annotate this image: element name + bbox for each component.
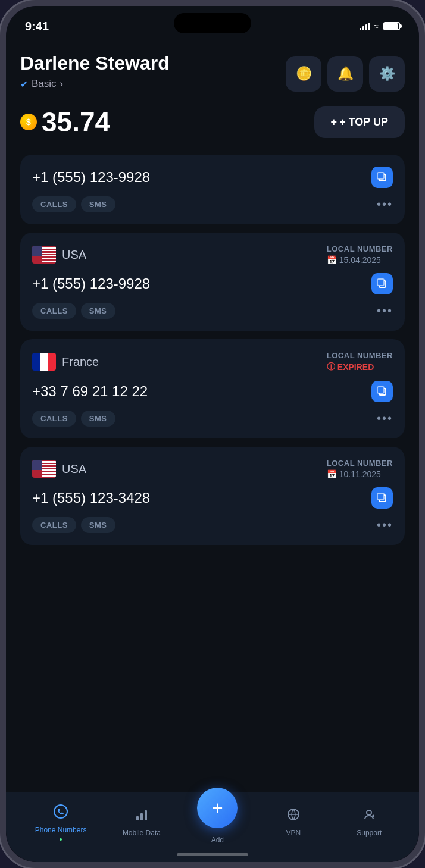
- more-options-button[interactable]: •••: [377, 518, 393, 532]
- battery-fill: [385, 23, 398, 29]
- phone-card-france: France LOCAL NUMBER ⓘ EXPIRED +33 7 69 2…: [20, 339, 405, 438]
- phone-card-usa-1: USA LOCAL NUMBER 📅 15.04.2025 +1 (555) 1…: [20, 233, 405, 331]
- expiry-date: 📅 15.04.2025: [327, 255, 393, 265]
- country-name: USA: [62, 462, 86, 476]
- usa-flag-icon: [32, 246, 56, 264]
- sms-tag: SMS: [81, 411, 115, 427]
- svg-rect-3: [377, 279, 384, 286]
- calendar-icon: 📅: [327, 469, 337, 479]
- svg-rect-10: [140, 813, 143, 820]
- flag-stripe-red: [48, 353, 56, 371]
- signal-bar-2: [362, 26, 364, 30]
- support-icon: [361, 807, 377, 826]
- more-options-button[interactable]: •••: [377, 198, 393, 211]
- plus-icon: +: [331, 116, 338, 129]
- nav-item-support[interactable]: Support: [348, 807, 390, 837]
- vpn-label: VPN: [286, 829, 301, 837]
- phone-number: +1 (555) 123-9928: [32, 169, 365, 186]
- phone-number: +1 (555) 123-9928: [32, 275, 365, 292]
- flag-stripe-white: [40, 353, 48, 371]
- phone-frame: 9:41 ≈ Darlene Steward: [0, 0, 425, 868]
- nav-item-add: + Add: [196, 800, 238, 844]
- expired-text: EXPIRED: [338, 362, 374, 372]
- copy-button[interactable]: [371, 273, 393, 294]
- calls-tag: CALLS: [32, 517, 76, 533]
- country-info: USA: [32, 460, 86, 478]
- expiry-value: 15.04.2025: [339, 255, 381, 265]
- user-info: Darlene Steward ✔ Basic ›: [20, 52, 170, 90]
- topup-button[interactable]: + + TOP UP: [314, 106, 405, 138]
- coin-icon: $: [20, 114, 37, 130]
- battery-icon: [383, 22, 400, 30]
- tag-row: CALLS SMS •••: [32, 196, 393, 212]
- tag-row: CALLS SMS •••: [32, 411, 393, 427]
- tags: CALLS SMS: [32, 411, 115, 427]
- tags: CALLS SMS: [32, 303, 115, 319]
- wifi-icon: ≈: [374, 21, 379, 31]
- info-circle-icon: ⓘ: [327, 362, 335, 372]
- support-label: Support: [357, 829, 382, 837]
- flag-stripes: [42, 246, 56, 264]
- tag-row: CALLS SMS •••: [32, 303, 393, 319]
- copy-icon: [377, 493, 388, 503]
- plan-arrow: ›: [60, 78, 64, 90]
- usa-flag-icon: [32, 460, 56, 478]
- country-name: France: [62, 355, 99, 369]
- phone-numbers-icon: [53, 804, 68, 823]
- dynamic-island: [174, 13, 251, 33]
- country-info: USA: [32, 246, 86, 264]
- more-options-button[interactable]: •••: [377, 412, 393, 425]
- france-flag-icon: [32, 353, 56, 371]
- topup-label: + TOP UP: [339, 116, 388, 129]
- copy-button[interactable]: [371, 167, 393, 188]
- tags: CALLS SMS: [32, 196, 115, 212]
- copy-button[interactable]: [371, 381, 393, 402]
- nav-item-vpn[interactable]: VPN: [273, 807, 314, 837]
- copy-icon: [377, 172, 388, 183]
- wallet-button[interactable]: 🪙: [286, 56, 321, 92]
- status-icons: ≈: [360, 21, 400, 31]
- copy-button[interactable]: [371, 487, 393, 509]
- local-number-label: LOCAL NUMBER: [327, 459, 393, 468]
- local-number-label: LOCAL NUMBER: [327, 351, 393, 360]
- balance-row: $ 35.74 + + TOP UP: [20, 106, 405, 138]
- vpn-icon: [286, 807, 301, 826]
- card-header: France LOCAL NUMBER ⓘ EXPIRED: [32, 351, 393, 372]
- phone-number: +1 (555) 123-3428: [32, 490, 365, 506]
- sms-tag: SMS: [81, 196, 115, 212]
- phone-row: +1 (555) 123-9928: [32, 167, 393, 188]
- nav-item-phone-numbers[interactable]: Phone Numbers: [35, 804, 87, 841]
- expiry-date: 📅 10.11.2025: [327, 469, 393, 479]
- phone-card-simple: +1 (555) 123-9928 CALLS SMS •••: [20, 155, 405, 224]
- svg-rect-9: [136, 816, 139, 820]
- phone-numbers-label: Phone Numbers: [35, 826, 87, 834]
- svg-rect-11: [145, 810, 147, 820]
- copy-icon: [377, 386, 388, 397]
- home-indicator: [177, 853, 248, 856]
- calendar-icon: 📅: [327, 255, 337, 265]
- settings-button[interactable]: ⚙️: [369, 56, 405, 92]
- tags: CALLS SMS: [32, 517, 115, 533]
- notification-button[interactable]: 🔔: [327, 56, 363, 92]
- active-indicator: [60, 838, 62, 841]
- main-content: Darlene Steward ✔ Basic › 🪙 🔔 ⚙: [6, 37, 419, 862]
- header-actions: 🪙 🔔 ⚙️: [286, 56, 405, 92]
- user-plan: ✔ Basic ›: [20, 78, 170, 90]
- mobile-data-icon: [134, 807, 149, 826]
- phone-number: +33 7 69 21 12 22: [32, 383, 365, 400]
- card-meta: LOCAL NUMBER 📅 15.04.2025: [327, 245, 393, 265]
- phone-row: +1 (555) 123-9928: [32, 273, 393, 294]
- phone-screen: 9:41 ≈ Darlene Steward: [6, 6, 419, 862]
- balance-amount: 35.74: [42, 106, 110, 138]
- flag-stripes: [42, 460, 56, 478]
- local-number-label: LOCAL NUMBER: [327, 245, 393, 253]
- mobile-data-label: Mobile Data: [123, 829, 161, 837]
- more-options-button[interactable]: •••: [377, 304, 393, 318]
- phone-card-usa-2: USA LOCAL NUMBER 📅 10.11.2025 +1 (555) 1…: [20, 447, 405, 545]
- nav-item-mobile-data[interactable]: Mobile Data: [121, 807, 162, 837]
- sms-tag: SMS: [81, 303, 115, 319]
- svg-rect-1: [377, 173, 384, 179]
- calls-tag: CALLS: [32, 196, 76, 212]
- add-button[interactable]: +: [197, 788, 238, 828]
- gear-icon: ⚙️: [379, 66, 395, 82]
